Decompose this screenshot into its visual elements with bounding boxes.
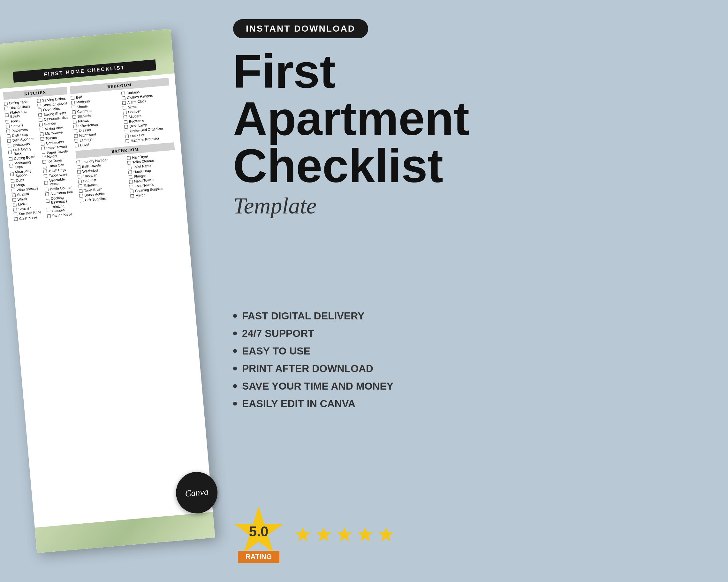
checkbox[interactable] (78, 179, 82, 183)
checkbox[interactable] (79, 184, 82, 188)
checkbox[interactable] (37, 99, 41, 103)
checkbox[interactable] (9, 157, 12, 161)
checkbox[interactable] (125, 130, 128, 133)
checkbox[interactable] (71, 101, 75, 104)
checkbox[interactable] (129, 179, 133, 184)
checkbox[interactable] (73, 120, 77, 123)
checkbox[interactable] (6, 124, 9, 128)
checkbox[interactable] (46, 199, 50, 203)
checkbox[interactable] (123, 115, 127, 119)
checkbox[interactable] (37, 103, 41, 107)
checkbox[interactable] (76, 160, 80, 164)
checkbox[interactable] (14, 212, 18, 216)
checkbox[interactable] (4, 106, 8, 110)
checkbox[interactable] (72, 105, 75, 109)
checkbox[interactable] (44, 174, 47, 178)
checkbox[interactable] (74, 134, 78, 138)
title-line2: Apartment (233, 95, 702, 142)
checkbox[interactable] (124, 120, 128, 124)
checkbox[interactable] (43, 169, 47, 173)
item-label: Trash Bags (48, 168, 67, 173)
checkbox[interactable] (124, 125, 128, 129)
checkbox[interactable] (121, 91, 125, 95)
checkbox[interactable] (47, 214, 51, 218)
checkbox[interactable] (40, 132, 44, 136)
bedroom-section: BEDROOM BedMattressSheetsComforterBlanke… (70, 78, 174, 148)
item-label: Trashcan (83, 173, 97, 178)
checkbox[interactable] (73, 124, 77, 128)
checkbox[interactable] (10, 179, 15, 183)
checkbox[interactable] (130, 189, 134, 193)
checkbox[interactable] (45, 192, 49, 196)
checkbox[interactable] (79, 189, 83, 193)
checkbox[interactable] (126, 139, 129, 143)
checkbox[interactable] (73, 115, 76, 119)
checkbox[interactable] (77, 165, 80, 169)
checkbox[interactable] (38, 108, 42, 112)
checkbox[interactable] (130, 194, 134, 198)
checkbox[interactable] (10, 172, 14, 176)
checkbox[interactable] (41, 146, 45, 150)
checkbox[interactable] (129, 185, 133, 188)
checkbox[interactable] (128, 166, 132, 169)
checkbox[interactable] (129, 175, 132, 179)
title-line3: Checklist (233, 142, 702, 190)
checkbox[interactable] (78, 174, 81, 178)
checkbox[interactable] (7, 139, 11, 143)
checkbox[interactable] (39, 122, 43, 127)
bathroom-col1: Laundry HamperBath TowelsWashclotsTrashc… (76, 156, 128, 203)
checkbox[interactable] (123, 110, 127, 114)
bullet-icon (233, 384, 237, 388)
checkbox[interactable] (5, 120, 9, 123)
checkbox[interactable] (80, 198, 84, 202)
checkbox[interactable] (125, 134, 129, 138)
checkbox[interactable] (43, 165, 47, 168)
item-label: Lamp(s) (79, 137, 93, 142)
checkbox[interactable] (40, 137, 44, 141)
checkbox[interactable] (45, 187, 49, 191)
checkbox[interactable] (14, 217, 18, 221)
checkbox[interactable] (127, 156, 131, 160)
checkbox[interactable] (6, 129, 10, 133)
checkbox[interactable] (7, 134, 10, 138)
checkbox[interactable] (11, 184, 15, 188)
item-label: Mattress (76, 99, 90, 104)
document-wrapper: FIRST HOME CHECKLIST KITCHEN Dining Tabl… (0, 29, 215, 553)
checkbox[interactable] (75, 144, 79, 147)
checkbox[interactable] (12, 193, 16, 197)
checkbox[interactable] (11, 189, 15, 192)
checkbox[interactable] (122, 101, 126, 105)
checkbox[interactable] (74, 129, 78, 133)
checkbox[interactable] (8, 150, 12, 154)
checkbox[interactable] (74, 139, 78, 143)
feature-item: EASY TO USE (233, 345, 702, 357)
checkbox[interactable] (8, 144, 11, 147)
checkbox[interactable] (71, 96, 74, 100)
checkbox[interactable] (41, 142, 45, 145)
checkbox[interactable] (43, 160, 46, 164)
checkbox[interactable] (9, 164, 13, 168)
item-label: Spatula (17, 192, 29, 197)
checkbox[interactable] (4, 102, 8, 106)
checkbox[interactable] (38, 113, 42, 117)
checkbox[interactable] (127, 161, 131, 165)
checkbox[interactable] (13, 207, 17, 211)
checkbox[interactable] (38, 118, 43, 121)
checkbox[interactable] (77, 170, 81, 173)
checkbox[interactable] (5, 113, 9, 117)
item-label: Toilet Paper (133, 164, 152, 169)
checkbox[interactable] (128, 170, 132, 174)
item-label: Paper Towels Holder (47, 149, 73, 159)
checkbox[interactable] (123, 106, 126, 109)
checkbox[interactable] (72, 110, 76, 114)
checkbox[interactable] (44, 181, 48, 185)
checkbox[interactable] (12, 198, 16, 202)
checkbox[interactable] (122, 96, 126, 100)
checkbox[interactable] (79, 194, 83, 197)
checkbox[interactable] (42, 153, 46, 157)
item-label: Dishtowels (13, 142, 30, 147)
checkbox[interactable] (13, 203, 17, 206)
checkbox[interactable] (40, 127, 44, 131)
checkbox[interactable] (47, 207, 50, 211)
bathroom-section: BATHROOM Laundry HamperBath TowelsWashcl… (75, 142, 179, 203)
